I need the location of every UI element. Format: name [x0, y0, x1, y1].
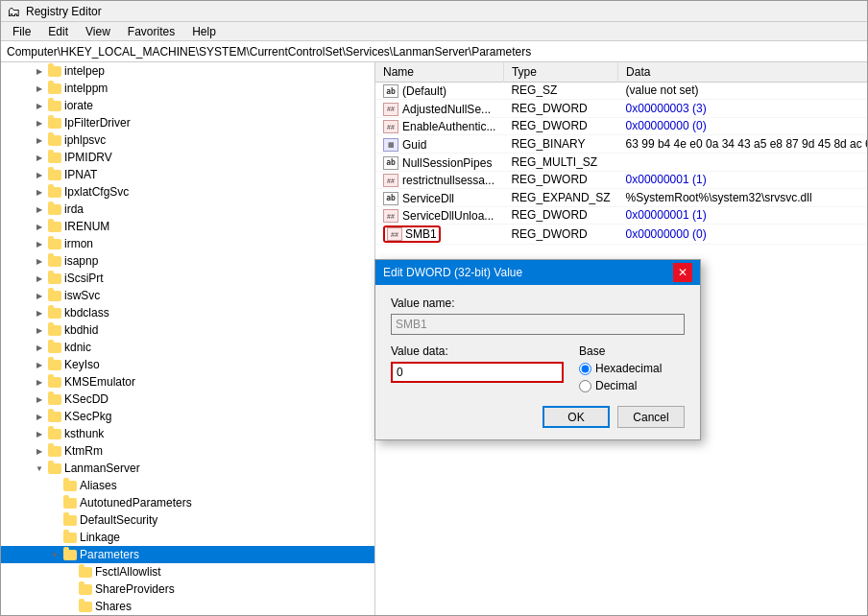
tree-item-Aliases[interactable]: Aliases: [1, 477, 374, 494]
menu-help[interactable]: Help: [184, 23, 224, 40]
tree-arrow-Shares[interactable]: [62, 599, 78, 614]
tree-item-LanmanServer[interactable]: LanmanServer: [1, 460, 374, 477]
tree-item-iorate[interactable]: iorate: [1, 97, 374, 114]
tree-label-IpxlatCfgSvc: IpxlatCfgSvc: [64, 185, 129, 199]
tree-arrow-ksthunk[interactable]: [32, 426, 47, 441]
tree-arrow-irda[interactable]: [32, 201, 47, 217]
folder-icon-IPMIDRV: [47, 150, 62, 165]
menu-favorites[interactable]: Favorites: [120, 23, 182, 40]
tree-item-IpFilterDriver[interactable]: IpFilterDriver: [1, 114, 374, 131]
tree-arrow-Parameters[interactable]: [47, 547, 62, 562]
tree-arrow-IpFilterDriver[interactable]: [32, 115, 47, 130]
value-name-input[interactable]: [391, 314, 685, 335]
tree-arrow-FsctlAllowlist[interactable]: [62, 564, 78, 580]
menu-edit[interactable]: Edit: [40, 23, 76, 40]
tree-panel[interactable]: intelpepintelppmiorateIpFilterDriveriphl…: [1, 62, 375, 616]
table-row[interactable]: ab(Default)REG_SZ(value not set): [375, 82, 867, 100]
tree-label-IPMIDRV: IPMIDRV: [64, 151, 112, 164]
tree-item-FsctlAllowlist[interactable]: FsctlAllowlist: [1, 563, 374, 580]
tree-arrow-kdnic[interactable]: [32, 340, 47, 355]
tree-arrow-kbdclass[interactable]: [32, 305, 47, 320]
tree-arrow-Linkage[interactable]: [47, 530, 62, 545]
tree-item-KeyIso[interactable]: KeyIso: [1, 356, 374, 373]
table-row[interactable]: abServiceDllREG_EXPAND_SZ%SystemRoot%\sy…: [375, 189, 867, 207]
tree-item-intelppm[interactable]: intelppm: [1, 80, 374, 97]
tree-item-Parameters[interactable]: Parameters: [1, 546, 374, 563]
tree-arrow-AutotunedParameters[interactable]: [47, 495, 62, 510]
menu-view[interactable]: View: [78, 23, 118, 40]
tree-arrow-KtmRm[interactable]: [32, 443, 47, 459]
tree-arrow-IPNAT[interactable]: [32, 167, 47, 182]
folder-icon-Parameters: [62, 547, 78, 562]
tree-arrow-KSecPkg[interactable]: [32, 409, 47, 424]
table-row[interactable]: ##restrictnullsessa...REG_DWORD0x0000000…: [375, 171, 867, 189]
tree-arrow-KeyIso[interactable]: [32, 357, 47, 372]
value-data-input[interactable]: [391, 362, 564, 383]
tree-arrow-intelpep[interactable]: [32, 63, 47, 79]
tree-arrow-intelppm[interactable]: [32, 81, 47, 96]
tree-item-DefaultSecurity[interactable]: DefaultSecurity: [1, 511, 374, 529]
table-row[interactable]: ▦GuidREG_BINARY63 99 b4 4e e0 0a 34 43 a…: [375, 135, 867, 154]
table-row[interactable]: ##SMB1REG_DWORD0x00000000 (0): [375, 225, 867, 245]
dialog-close-button[interactable]: ✕: [673, 263, 692, 282]
tree-arrow-iphlpsvc[interactable]: [32, 132, 47, 148]
tree-arrow-isapnp[interactable]: [32, 253, 47, 269]
tree-arrow-DefaultSecurity[interactable]: [47, 512, 62, 528]
cell-data: 0x00000000 (0): [618, 225, 867, 245]
radio-hexadecimal-input[interactable]: [579, 363, 591, 375]
radio-decimal-label: Decimal: [595, 379, 637, 392]
table-row[interactable]: ##AdjustedNullSe...REG_DWORD0x00000003 (…: [375, 100, 867, 118]
reg-value-name: restrictnullsessa...: [402, 174, 494, 187]
tree-arrow-IPMIDRV[interactable]: [32, 150, 47, 165]
tree-arrow-KSecDD[interactable]: [32, 391, 47, 407]
tree-item-IPMIDRV[interactable]: IPMIDRV: [1, 149, 374, 166]
folder-icon-IRENUM: [47, 219, 62, 234]
tree-item-KSecDD[interactable]: KSecDD: [1, 391, 374, 408]
tree-item-irmon[interactable]: irmon: [1, 235, 374, 252]
folder-icon-IpxlatCfgSvc: [47, 184, 62, 200]
tree-arrow-IpxlatCfgSvc[interactable]: [32, 184, 47, 200]
radio-decimal-input[interactable]: [579, 380, 591, 392]
tree-item-KSecPkg[interactable]: KSecPkg: [1, 408, 374, 425]
tree-item-iswSvc[interactable]: iswSvc: [1, 287, 374, 304]
tree-item-Linkage[interactable]: Linkage: [1, 529, 374, 546]
tree-arrow-LanmanServer[interactable]: [32, 461, 47, 476]
tree-arrow-KMSEmulator[interactable]: [32, 374, 47, 390]
tree-arrow-ShareProviders[interactable]: [62, 581, 78, 597]
tree-item-ksthunk[interactable]: ksthunk: [1, 425, 374, 442]
tree-item-IRENUM[interactable]: IRENUM: [1, 218, 374, 235]
tree-item-IpxlatCfgSvc[interactable]: IpxlatCfgSvc: [1, 183, 374, 201]
cancel-button[interactable]: Cancel: [617, 406, 685, 428]
table-row[interactable]: ##ServiceDllUnloa...REG_DWORD0x00000001 …: [375, 206, 867, 225]
radio-decimal[interactable]: Decimal: [579, 379, 685, 392]
tree-arrow-iorate[interactable]: [32, 98, 47, 113]
tree-item-irda[interactable]: irda: [1, 201, 374, 218]
tree-item-intelpep[interactable]: intelpep: [1, 62, 374, 80]
tree-label-kbdclass: kbdclass: [64, 306, 109, 320]
ok-button[interactable]: OK: [542, 406, 610, 428]
tree-item-kbdclass[interactable]: kbdclass: [1, 304, 374, 321]
tree-arrow-Aliases[interactable]: [47, 478, 62, 493]
tree-item-ShareProviders[interactable]: ShareProviders: [1, 580, 374, 598]
tree-item-AutotunedParameters[interactable]: AutotunedParameters: [1, 494, 374, 511]
tree-arrow-kbdhid[interactable]: [32, 322, 47, 338]
tree-item-iScsiPrt[interactable]: iScsiPrt: [1, 270, 374, 287]
tree-item-iphlpsvc[interactable]: iphlpsvc: [1, 131, 374, 149]
tree-arrow-iswSvc[interactable]: [32, 288, 47, 303]
tree-item-KMSEmulator[interactable]: KMSEmulator: [1, 373, 374, 391]
tree-item-kbdhid[interactable]: kbdhid: [1, 321, 374, 339]
tree-item-IPNAT[interactable]: IPNAT: [1, 166, 374, 183]
tree-label-LanmanServer: LanmanServer: [64, 462, 140, 475]
radio-hexadecimal[interactable]: Hexadecimal: [579, 362, 685, 375]
tree-item-Shares[interactable]: Shares: [1, 598, 374, 615]
menu-file[interactable]: File: [5, 23, 38, 40]
table-row[interactable]: ##EnableAuthentic...REG_DWORD0x00000000 …: [375, 117, 867, 135]
reg-name-icon: ab(Default): [383, 84, 446, 98]
tree-arrow-irmon[interactable]: [32, 236, 47, 251]
tree-arrow-iScsiPrt[interactable]: [32, 271, 47, 286]
table-row[interactable]: abNullSessionPipesREG_MULTI_SZ: [375, 154, 867, 172]
tree-arrow-IRENUM[interactable]: [32, 219, 47, 234]
tree-item-KtmRm[interactable]: KtmRm: [1, 442, 374, 460]
tree-item-kdnic[interactable]: kdnic: [1, 339, 374, 356]
tree-item-isapnp[interactable]: isapnp: [1, 252, 374, 270]
